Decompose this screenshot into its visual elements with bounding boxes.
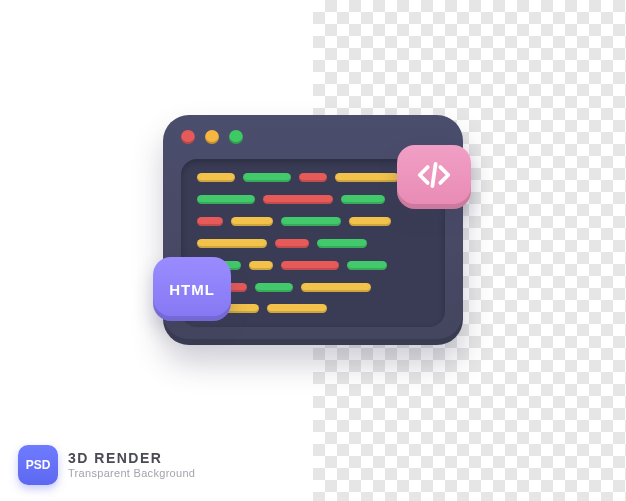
code-bar xyxy=(281,217,341,226)
html-badge-label: HTML xyxy=(169,281,215,298)
code-window: HTML xyxy=(163,115,463,345)
code-row xyxy=(197,283,429,292)
code-bar xyxy=(267,304,327,313)
code-bar xyxy=(197,217,223,226)
code-bar xyxy=(335,173,399,182)
code-badge xyxy=(397,145,471,209)
window-dot-minimize-icon xyxy=(205,130,219,144)
footer-text: 3D RENDER Transparent Background xyxy=(68,451,195,478)
psd-badge: PSD xyxy=(18,445,58,485)
code-bar xyxy=(301,283,371,292)
code-bar xyxy=(299,173,327,182)
code-bar xyxy=(347,261,387,270)
footer-label: PSD 3D RENDER Transparent Background xyxy=(18,445,195,485)
code-bar xyxy=(349,217,391,226)
illustration: HTML xyxy=(143,115,483,345)
code-bar xyxy=(341,195,385,204)
code-bar xyxy=(197,173,235,182)
psd-badge-text: PSD xyxy=(26,458,51,472)
code-bracket-icon xyxy=(415,156,453,198)
code-bar xyxy=(243,173,291,182)
code-bar xyxy=(263,195,333,204)
code-row xyxy=(197,304,429,313)
code-row xyxy=(197,217,429,226)
code-bar xyxy=(249,261,273,270)
code-bar xyxy=(317,239,367,248)
svg-line-0 xyxy=(432,164,435,186)
footer-subtitle: Transparent Background xyxy=(68,467,195,479)
code-row xyxy=(197,239,429,248)
code-bar xyxy=(255,283,293,292)
code-bar xyxy=(231,217,273,226)
code-bar xyxy=(275,239,309,248)
footer-title: 3D RENDER xyxy=(68,451,195,466)
code-row xyxy=(197,261,429,270)
code-row xyxy=(197,195,429,204)
window-dot-zoom-icon xyxy=(229,130,243,144)
code-bar xyxy=(197,239,267,248)
html-badge: HTML xyxy=(153,257,231,321)
window-dot-close-icon xyxy=(181,130,195,144)
code-row xyxy=(197,173,429,182)
code-bar xyxy=(281,261,339,270)
code-bar xyxy=(197,195,255,204)
